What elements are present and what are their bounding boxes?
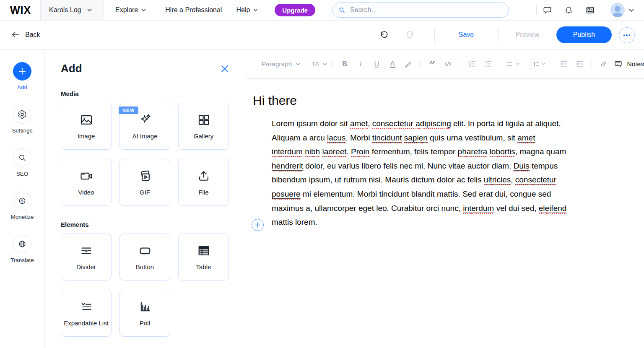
undo-button[interactable] xyxy=(379,30,389,39)
bold-button[interactable]: B xyxy=(340,60,350,68)
sidebar-item-seo[interactable]: SEO xyxy=(13,148,31,177)
add-file-card[interactable]: File xyxy=(178,159,229,206)
nav-explore[interactable]: Explore xyxy=(115,6,146,14)
ai-sparkle-icon xyxy=(138,113,152,127)
italic-icon: I xyxy=(359,60,362,68)
svg-text:3: 3 xyxy=(469,65,470,68)
card-label: Poll xyxy=(140,319,150,327)
news-button[interactable] xyxy=(585,5,595,15)
close-panel-button[interactable] xyxy=(221,65,229,73)
sidebar-item-label: Settings xyxy=(12,127,33,134)
sidebar-item-label: Add xyxy=(17,84,27,91)
link-button[interactable] xyxy=(598,60,608,68)
nav-explore-label: Explore xyxy=(115,6,138,14)
highlight-button[interactable] xyxy=(403,60,413,68)
preview-button[interactable]: Preview xyxy=(511,20,544,49)
avatar[interactable] xyxy=(610,3,625,17)
text-line: hendrerit dolor, eu varius libero felis … xyxy=(272,159,644,173)
text-line: mattis lorem. xyxy=(272,215,644,229)
quote-button[interactable]: ” xyxy=(427,62,437,66)
save-button[interactable]: Save xyxy=(452,20,480,49)
ordered-list-button[interactable]: 123 xyxy=(467,60,477,68)
site-menu[interactable]: Karols Log xyxy=(40,0,104,20)
add-block-button[interactable] xyxy=(252,219,264,231)
sidebar-item-settings[interactable]: Settings xyxy=(12,105,33,134)
chat-icon xyxy=(543,5,552,15)
add-gif-card[interactable]: GIF xyxy=(119,159,170,206)
code-button[interactable] xyxy=(443,60,453,68)
misspelled-word: consectetur xyxy=(515,175,556,185)
seo-circle xyxy=(13,148,31,167)
bullet-list-icon xyxy=(483,60,492,68)
more-options-button[interactable] xyxy=(619,27,635,43)
notifications-button[interactable] xyxy=(564,5,574,15)
paragraph-style-value: Paragraph xyxy=(262,60,292,68)
add-poll-card[interactable]: Poll xyxy=(119,290,170,337)
history-controls xyxy=(379,20,415,49)
back-button[interactable]: Back xyxy=(12,20,40,49)
sidebar-item-translate[interactable]: Translate xyxy=(10,235,34,263)
italic-button[interactable]: I xyxy=(356,60,366,68)
add-table-card[interactable]: Table xyxy=(178,234,229,280)
back-label: Back xyxy=(25,31,40,39)
align-dropdown[interactable] xyxy=(506,60,519,68)
add-gallery-card[interactable]: Gallery xyxy=(178,103,229,150)
poll-chart-icon xyxy=(138,300,152,314)
divider xyxy=(536,5,537,15)
misspelled-word: hendrerit xyxy=(272,161,303,171)
add-video-card[interactable]: Video xyxy=(61,159,112,206)
upgrade-button[interactable]: Upgrade xyxy=(275,4,315,16)
search-bar[interactable] xyxy=(332,3,509,18)
outdent-button[interactable] xyxy=(559,60,569,68)
text-toolbar: Paragraph 18 B I U A ” 123 xyxy=(246,49,644,79)
publish-button[interactable]: Publish xyxy=(556,26,612,43)
card-label: Image xyxy=(78,132,95,140)
account-menu-button[interactable] xyxy=(629,8,634,12)
misspelled-word: amet xyxy=(517,133,535,143)
add-image-card[interactable]: Image xyxy=(61,103,112,150)
font-size-dropdown[interactable]: 18 xyxy=(312,60,327,68)
redo-button[interactable] xyxy=(405,30,415,39)
misspelled-word: lobortis xyxy=(490,147,515,157)
notes-button[interactable]: Notes xyxy=(614,60,644,69)
sidebar-item-add[interactable]: Add xyxy=(13,62,31,91)
gif-icon xyxy=(138,169,152,183)
add-divider-card[interactable]: Divider xyxy=(61,234,112,280)
chat-button[interactable] xyxy=(543,5,552,15)
card-label: Table xyxy=(196,263,211,270)
divider xyxy=(420,60,421,68)
paragraph-style-dropdown[interactable]: Paragraph xyxy=(262,60,300,68)
search-input[interactable] xyxy=(349,6,503,14)
text-line: bibendum ipsum, ut rutrum nisi. Mauris d… xyxy=(272,173,644,187)
divider xyxy=(460,60,460,68)
elements-card-grid: Divider Button Table Expandable List Pol… xyxy=(61,234,229,337)
post-body[interactable]: Lorem ipsum dolor sit amet, consectetur … xyxy=(272,117,644,229)
bullet-list-button[interactable] xyxy=(483,60,493,68)
news-card-icon xyxy=(585,5,595,15)
close-icon xyxy=(221,65,228,72)
add-ai-image-card[interactable]: NEW AI Image xyxy=(119,103,170,150)
sidebar-item-monetize[interactable]: $ Monetize xyxy=(11,192,34,220)
add-button-card[interactable]: Button xyxy=(119,234,170,280)
text-color-button[interactable]: A xyxy=(387,60,397,68)
sidebar-item-label: Monetize xyxy=(11,214,34,220)
card-label: Video xyxy=(78,189,94,196)
divider-icon xyxy=(79,244,93,258)
nav-hire-a-professional[interactable]: Hire a Professional xyxy=(165,6,222,14)
underline-icon: U xyxy=(374,60,379,68)
add-expandable-list-card[interactable]: Expandable List xyxy=(61,290,112,337)
nav-help[interactable]: Help xyxy=(236,6,258,14)
indent-button[interactable] xyxy=(575,60,585,68)
font-size-value: 18 xyxy=(312,60,319,68)
arrow-left-icon xyxy=(12,31,20,38)
misspelled-word: interdum xyxy=(463,204,494,214)
chevron-down-icon xyxy=(253,8,258,12)
add-panel: Add Media Image NEW AI Image Gallery Vid… xyxy=(45,49,245,348)
post-title[interactable]: Hi there xyxy=(253,93,644,108)
chevron-down-icon xyxy=(141,8,146,12)
line-spacing-dropdown[interactable] xyxy=(533,60,545,68)
underline-button[interactable]: U xyxy=(371,60,382,68)
code-icon xyxy=(444,60,452,68)
bold-icon: B xyxy=(342,60,347,68)
text-line: Aliquam a arcu lacus. Morbi tincidunt sa… xyxy=(272,131,644,145)
